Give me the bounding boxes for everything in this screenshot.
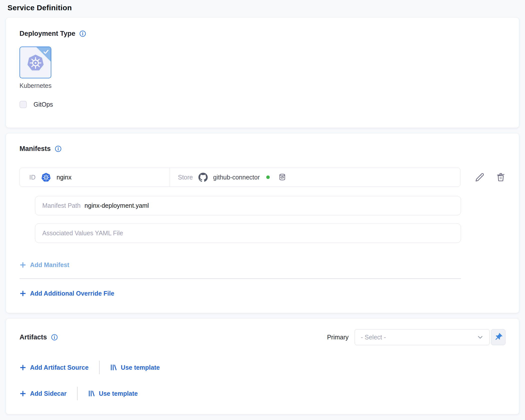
add-artifact-source-button[interactable]: Add Artifact Source xyxy=(20,364,89,371)
code-container-icon[interactable] xyxy=(278,173,286,181)
gitops-label: GitOps xyxy=(34,101,53,108)
info-icon[interactable] xyxy=(55,145,62,152)
manifests-card: Manifests ID nginx Store github-connecto… xyxy=(6,133,519,313)
chevron-down-icon xyxy=(476,333,484,341)
manifest-store-cell[interactable]: Store github-connector xyxy=(170,168,460,186)
manifest-store-label: Store xyxy=(178,174,193,181)
manifest-id-value: nginx xyxy=(57,174,72,181)
manifest-row: ID nginx Store github-connector xyxy=(20,168,505,187)
connector-name: github-connector xyxy=(213,174,260,181)
info-icon[interactable] xyxy=(51,334,58,341)
connector-status-dot xyxy=(266,175,270,179)
pencil-icon xyxy=(475,172,484,182)
template-library-icon xyxy=(88,390,95,397)
artifacts-heading: Artifacts xyxy=(20,333,47,341)
page-title: Service Definition xyxy=(6,4,519,12)
template-library-icon xyxy=(110,364,117,371)
divider xyxy=(77,387,78,400)
plus-icon xyxy=(20,262,26,268)
github-icon xyxy=(198,173,208,182)
check-icon xyxy=(43,49,49,55)
manifest-path-field: Manifest Path xyxy=(35,196,461,215)
manifest-path-input[interactable] xyxy=(85,202,454,209)
use-template-sidecar-button[interactable]: Use template xyxy=(88,390,138,397)
plus-icon xyxy=(20,390,26,397)
add-override-file-button[interactable]: Add Additional Override File xyxy=(20,290,114,297)
manifest-id-label: ID xyxy=(29,174,36,181)
delete-manifest-button[interactable] xyxy=(496,172,505,182)
values-yaml-field xyxy=(35,224,461,243)
use-template-artifact-button[interactable]: Use template xyxy=(110,364,160,371)
plus-icon xyxy=(20,290,26,297)
primary-artifact-select[interactable]: - Select - xyxy=(355,329,490,345)
plus-icon xyxy=(20,364,26,371)
service-definition-page: Service Definition Deployment Type Kuber… xyxy=(0,0,525,420)
edit-manifest-button[interactable] xyxy=(475,172,484,182)
manifest-id-cell[interactable]: ID nginx xyxy=(20,168,170,186)
pin-primary-artifact-button[interactable] xyxy=(491,329,505,345)
gitops-checkbox[interactable] xyxy=(20,101,27,108)
pushpin-icon xyxy=(494,333,503,342)
manifest-path-prefix: Manifest Path xyxy=(42,202,81,209)
info-icon[interactable] xyxy=(79,30,86,37)
add-manifest-button[interactable]: Add Manifest xyxy=(20,261,69,269)
primary-artifact-label: Primary xyxy=(327,334,349,341)
deployment-type-heading: Deployment Type xyxy=(20,30,75,38)
add-sidecar-button[interactable]: Add Sidecar xyxy=(20,390,67,397)
manifests-heading: Manifests xyxy=(20,145,51,153)
deployment-type-tile-kubernetes[interactable] xyxy=(20,47,51,78)
deployment-type-card: Deployment Type Kubernetes GitOps xyxy=(6,18,519,128)
values-yaml-input[interactable] xyxy=(42,230,454,237)
kubernetes-icon xyxy=(41,172,51,182)
divider xyxy=(99,361,100,374)
artifacts-card: Artifacts Primary - Select - xyxy=(6,319,519,414)
trash-icon xyxy=(496,172,505,182)
deployment-type-label: Kubernetes xyxy=(12,82,59,89)
